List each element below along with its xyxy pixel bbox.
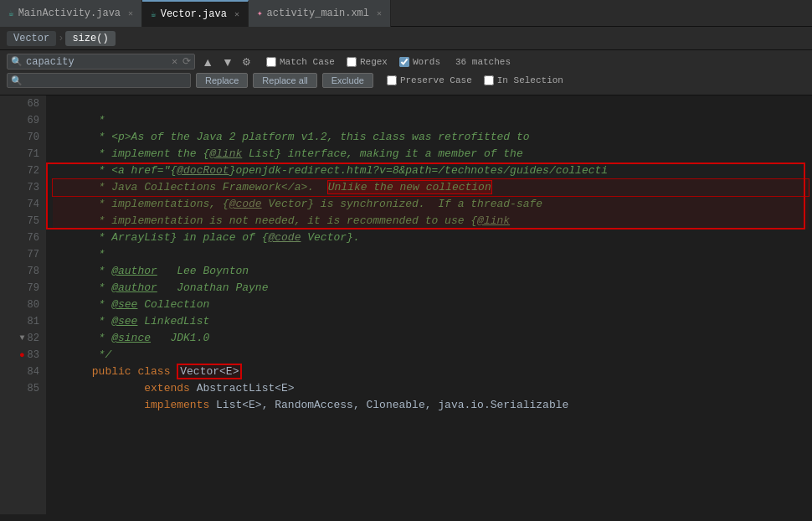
preserve-case-option[interactable]: Preserve Case: [387, 75, 472, 85]
in-selection-checkbox[interactable]: [484, 75, 494, 85]
tab-icon-xml: ✦: [257, 8, 263, 18]
line-num-80: 80: [0, 297, 39, 313]
breakpoint-icon[interactable]: ●: [19, 347, 25, 364]
code-line-80: * @see LinkedList: [53, 297, 809, 313]
preserve-case-checkbox[interactable]: [387, 75, 397, 85]
tab-label-xml: activity_main.xml: [267, 8, 369, 19]
in-selection-option[interactable]: In Selection: [484, 75, 563, 85]
code-line-79: * @see Collection: [53, 280, 809, 297]
tab-close-xml[interactable]: ✕: [377, 8, 382, 18]
line-num-68: 68: [0, 95, 39, 112]
line-num-84: 84: [0, 364, 39, 380]
replace-all-button[interactable]: Replace all: [253, 73, 316, 88]
find-replace-bar: 🔍 ✕ ⟳ ▲ ▼ ⚙ Match Case Regex Words 36 ma…: [0, 50, 812, 95]
code-line-77: * @author Lee Boynton: [53, 246, 809, 263]
search-input-wrap: 🔍 ✕ ⟳: [7, 54, 195, 70]
clear-icon2[interactable]: ⟳: [182, 55, 191, 68]
code-line-68: *: [53, 95, 809, 112]
search-input[interactable]: [26, 56, 168, 68]
matches-count: 36 matches: [455, 57, 511, 67]
line-num-71: 71: [0, 146, 39, 162]
code-line-74: * implementation is not needed, it is re…: [53, 196, 809, 213]
code-line-76: *: [53, 230, 809, 246]
code-line-69: * <p>As of the Java 2 platform v1.2, thi…: [53, 112, 809, 129]
line-num-85: 85: [0, 380, 39, 397]
words-checkbox[interactable]: [399, 57, 409, 67]
code-content[interactable]: * * <p>As of the Java 2 platform v1.2, t…: [46, 95, 812, 514]
line-num-69: 69: [0, 112, 39, 129]
fold-icon[interactable]: ▼: [20, 330, 25, 347]
search-settings-button[interactable]: ⚙: [240, 56, 253, 68]
find-row: 🔍 ✕ ⟳ ▲ ▼ ⚙ Match Case Regex Words 36 ma…: [7, 54, 805, 70]
tab-vector[interactable]: ☕ Vector.java ✕: [142, 0, 249, 27]
tab-bar: ☕ MainActivity.java ✕ ☕ Vector.java ✕ ✦ …: [0, 0, 812, 27]
breadcrumb: Vector › size(): [0, 27, 812, 50]
match-case-label: Match Case: [280, 57, 335, 67]
tab-close-mainactivity[interactable]: ✕: [128, 8, 133, 18]
line-num-75: 75: [0, 213, 39, 230]
replace-input[interactable]: [26, 75, 168, 86]
nav-up-button[interactable]: ▲: [200, 55, 215, 69]
breadcrumb-size[interactable]: size(): [65, 31, 115, 46]
code-line-83: public class Vector<E>: [53, 347, 809, 364]
replace-options: Preserve Case In Selection: [387, 75, 563, 85]
replace-row: 🔍 Replace Replace all Exclude Preserve C…: [7, 73, 805, 88]
line-num-82: ▼ 82: [0, 330, 39, 347]
tab-xml[interactable]: ✦ activity_main.xml ✕: [249, 0, 391, 27]
line-num-74: 74: [0, 196, 39, 213]
words-label: Words: [413, 57, 440, 67]
code-line-75: * ArrayList} in place of {@code Vector}.: [53, 213, 809, 230]
line-num-77: 77: [0, 246, 39, 263]
line-num-73: 73: [0, 179, 39, 196]
line-num-83: ● 83: [0, 347, 39, 364]
exclude-button[interactable]: Exclude: [322, 73, 373, 88]
search-icon: 🔍: [11, 56, 23, 67]
line-num-78: 78: [0, 263, 39, 280]
code-area: 68 69 70 71 72 73 74 75 76 77 78 79 80 8…: [0, 95, 812, 514]
tab-mainactivity[interactable]: ☕ MainActivity.java ✕: [0, 0, 142, 27]
line-num-81: 81: [0, 313, 39, 330]
code-line-72: * Java Collections Framework</a>. Unlike…: [53, 162, 809, 179]
line-num-70: 70: [0, 129, 39, 146]
tab-icon-vector: ☕: [151, 8, 157, 19]
line-num-79: 79: [0, 280, 39, 297]
code-line-73: * implementations, {@code Vector} is syn…: [53, 179, 809, 196]
replace-input-wrap: 🔍: [7, 73, 191, 88]
nav-down-button[interactable]: ▼: [220, 55, 235, 69]
words-option[interactable]: Words: [399, 57, 440, 67]
replace-button[interactable]: Replace: [196, 73, 248, 88]
code-line-84: extends AbstractList<E>: [53, 364, 809, 380]
preserve-case-label: Preserve Case: [400, 75, 472, 85]
match-case-checkbox[interactable]: [266, 57, 276, 67]
tab-close-vector[interactable]: ✕: [234, 9, 239, 19]
code-line-70: * implement the {@link List} interface, …: [53, 129, 809, 146]
regex-option[interactable]: Regex: [347, 57, 388, 67]
in-selection-label: In Selection: [497, 75, 563, 85]
breadcrumb-vector[interactable]: Vector: [7, 31, 56, 46]
tab-label-mainactivity: MainActivity.java: [18, 8, 121, 19]
clear-search-icon[interactable]: ✕: [172, 55, 177, 68]
replace-icon: 🔍: [11, 75, 23, 86]
regex-checkbox[interactable]: [347, 57, 357, 67]
regex-label: Regex: [360, 57, 388, 67]
line-numbers: 68 69 70 71 72 73 74 75 76 77 78 79 80 8…: [0, 95, 46, 514]
code-line-85: implements List<E>, RandomAccess, Clonea…: [53, 380, 809, 397]
code-line-78: * @author Jonathan Payne: [53, 263, 809, 280]
tab-icon-mainactivity: ☕: [8, 8, 14, 18]
code-line-71: * <a href="{@docRoot}openjdk-redirect.ht…: [53, 146, 809, 162]
line-num-72: 72: [0, 162, 39, 179]
code-line-81: * @since JDK1.0: [53, 313, 809, 330]
tab-label-vector: Vector.java: [161, 8, 227, 20]
code-line-82: */: [53, 330, 809, 347]
find-options: Match Case Regex Words 36 matches: [266, 57, 511, 67]
breadcrumb-separator: ›: [58, 33, 64, 44]
line-num-76: 76: [0, 230, 39, 246]
match-case-option[interactable]: Match Case: [266, 57, 335, 67]
